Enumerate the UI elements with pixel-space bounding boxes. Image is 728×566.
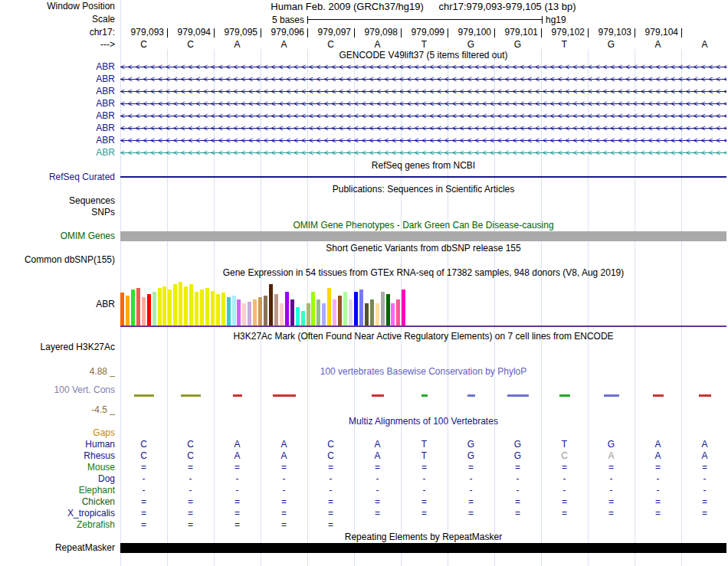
- gtex-bar[interactable]: [248, 302, 251, 326]
- scale-bar: [307, 16, 543, 24]
- gtex-bar[interactable]: [333, 299, 336, 326]
- gtex-bar[interactable]: [354, 292, 358, 326]
- gtex-bar[interactable]: [258, 297, 262, 326]
- alignment-cell: =: [167, 497, 214, 507]
- publications-title: Publications: Sequences in Scientific Ar…: [120, 185, 726, 195]
- gtex-bar[interactable]: [349, 299, 353, 326]
- multiz-title: Multiz Alignments of 100 Vertebrates: [120, 417, 726, 427]
- gtex-bar[interactable]: [152, 292, 156, 326]
- species-label[interactable]: Dog: [0, 474, 115, 484]
- gtex-bar[interactable]: [205, 288, 209, 326]
- gtex-bar[interactable]: [120, 293, 124, 326]
- gtex-bar[interactable]: [131, 290, 135, 326]
- gencode-item-label[interactable]: ABR: [0, 74, 115, 84]
- gtex-bar[interactable]: [396, 299, 400, 326]
- gtex-bar[interactable]: [280, 303, 284, 326]
- gencode-item-label[interactable]: ABR: [0, 111, 115, 121]
- gtex-bar[interactable]: [147, 294, 151, 326]
- phylop-signal-mark: [653, 394, 664, 397]
- gtex-bar[interactable]: [211, 291, 215, 326]
- gencode-transcript[interactable]: <<<<<<<<<<<<<<<<<<<<<<<<<<<<<<<<<<<<<<<<…: [120, 99, 726, 109]
- gtex-gene-label[interactable]: ABR: [0, 299, 115, 309]
- gencode-transcript[interactable]: <<<<<<<<<<<<<<<<<<<<<<<<<<<<<<<<<<<<<<<<…: [120, 148, 726, 158]
- gencode-transcript[interactable]: <<<<<<<<<<<<<<<<<<<<<<<<<<<<<<<<<<<<<<<<…: [120, 123, 726, 133]
- publications-sequences-label[interactable]: Sequences: [0, 196, 115, 206]
- gtex-bar[interactable]: [264, 296, 267, 326]
- gtex-bar[interactable]: [179, 282, 182, 326]
- gencode-item-label[interactable]: ABR: [0, 123, 115, 133]
- gtex-bar[interactable]: [162, 286, 166, 326]
- gtex-bar[interactable]: [316, 299, 320, 326]
- gtex-bar[interactable]: [184, 286, 188, 326]
- omim-genes-bar[interactable]: [120, 231, 726, 241]
- gtex-bar[interactable]: [365, 303, 369, 326]
- gtex-bar[interactable]: [370, 299, 374, 326]
- gtex-bar[interactable]: [375, 303, 379, 326]
- gencode-transcript[interactable]: <<<<<<<<<<<<<<<<<<<<<<<<<<<<<<<<<<<<<<<<…: [120, 111, 726, 121]
- gtex-bar[interactable]: [158, 288, 162, 326]
- species-label[interactable]: Rhesus: [0, 451, 115, 461]
- gtex-bar[interactable]: [381, 292, 385, 326]
- gtex-bar[interactable]: [136, 288, 140, 326]
- species-label[interactable]: Gaps: [0, 428, 115, 438]
- gencode-item-label[interactable]: ABR: [0, 136, 115, 146]
- gtex-bar[interactable]: [296, 307, 300, 326]
- gtex-bar[interactable]: [253, 299, 257, 326]
- gtex-bar[interactable]: [386, 294, 390, 326]
- gtex-bar[interactable]: [221, 293, 225, 326]
- gtex-bar[interactable]: [359, 290, 363, 326]
- gtex-bar[interactable]: [322, 303, 326, 326]
- alignment-cell: =: [588, 463, 635, 473]
- species-label[interactable]: Chicken: [0, 497, 115, 507]
- gtex-bar[interactable]: [269, 284, 273, 326]
- omim-genes-label[interactable]: OMIM Genes: [0, 231, 115, 241]
- gencode-item-label[interactable]: ABR: [0, 62, 115, 72]
- gtex-bar[interactable]: [327, 288, 331, 326]
- ruler-coordinate: 979,099: [400, 28, 444, 38]
- repeatmasker-label[interactable]: RepeatMasker: [0, 543, 115, 553]
- gtex-bar[interactable]: [338, 296, 342, 326]
- gencode-item-label[interactable]: ABR: [0, 87, 115, 97]
- gencode-transcript[interactable]: <<<<<<<<<<<<<<<<<<<<<<<<<<<<<<<<<<<<<<<<…: [120, 87, 726, 97]
- phylop-track-label[interactable]: 100 Vert. Cons: [0, 385, 115, 395]
- refseq-curated-line[interactable]: [120, 176, 726, 178]
- gtex-bar[interactable]: [142, 297, 146, 326]
- repeatmasker-bar[interactable]: [120, 543, 726, 553]
- species-label[interactable]: Elephant: [0, 486, 115, 496]
- gencode-item-label[interactable]: ABR: [0, 148, 115, 158]
- gtex-bar[interactable]: [391, 303, 395, 326]
- gtex-bar[interactable]: [232, 296, 236, 326]
- gtex-bar[interactable]: [285, 292, 289, 326]
- alignment-cell: =: [307, 497, 354, 507]
- gtex-bar[interactable]: [274, 294, 278, 326]
- species-label[interactable]: X_tropicalis: [0, 509, 115, 519]
- gtex-bar[interactable]: [290, 299, 294, 326]
- h3k27ac-label[interactable]: Layered H3K27Ac: [0, 342, 115, 352]
- gtex-bar[interactable]: [402, 290, 405, 326]
- gtex-bar[interactable]: [195, 292, 198, 326]
- dbsnp-label[interactable]: Common dbSNP(155): [0, 255, 115, 265]
- gencode-transcript[interactable]: <<<<<<<<<<<<<<<<<<<<<<<<<<<<<<<<<<<<<<<<…: [120, 62, 726, 72]
- gtex-bar[interactable]: [200, 290, 204, 326]
- gencode-transcript[interactable]: <<<<<<<<<<<<<<<<<<<<<<<<<<<<<<<<<<<<<<<<…: [120, 74, 726, 84]
- gtex-bar[interactable]: [343, 292, 347, 326]
- gtex-bar[interactable]: [311, 292, 315, 326]
- gtex-bar[interactable]: [237, 299, 241, 326]
- gtex-bar[interactable]: [242, 303, 246, 326]
- gtex-bar[interactable]: [189, 284, 193, 326]
- species-label[interactable]: Mouse: [0, 463, 115, 473]
- gtex-bar[interactable]: [168, 290, 172, 326]
- species-label[interactable]: Human: [0, 440, 115, 450]
- gtex-bar[interactable]: [227, 297, 231, 326]
- publications-snps-label[interactable]: SNPs: [0, 208, 115, 218]
- gtex-bar[interactable]: [216, 294, 220, 326]
- refseq-curated-label[interactable]: RefSeq Curated: [0, 172, 115, 182]
- gtex-bar[interactable]: [126, 296, 130, 326]
- gencode-item-label[interactable]: ABR: [0, 99, 115, 109]
- scale-value: 5 bases: [120, 15, 304, 25]
- gencode-transcript[interactable]: <<<<<<<<<<<<<<<<<<<<<<<<<<<<<<<<<<<<<<<<…: [120, 136, 726, 146]
- species-label[interactable]: Zebrafish: [0, 520, 115, 530]
- gtex-bar[interactable]: [301, 311, 305, 326]
- gtex-bar[interactable]: [307, 303, 310, 326]
- gtex-bar[interactable]: [173, 284, 177, 326]
